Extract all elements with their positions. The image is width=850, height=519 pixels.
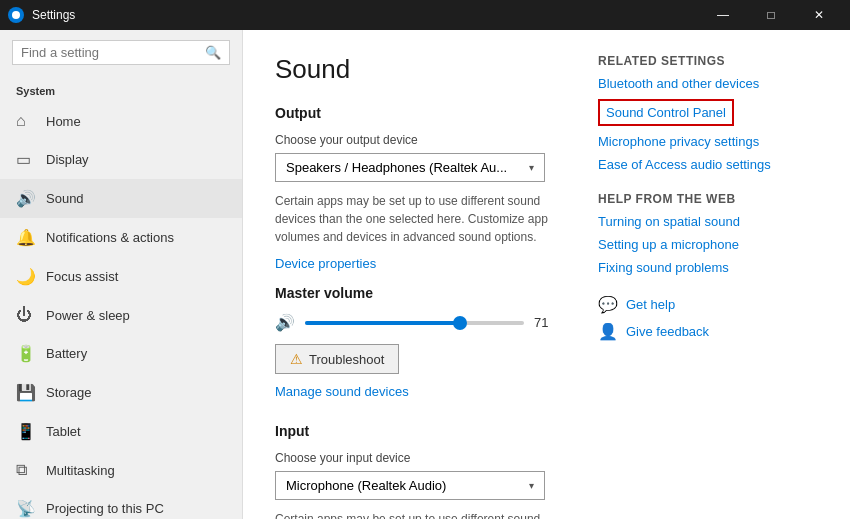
- sidebar-item-focus[interactable]: 🌙 Focus assist: [0, 257, 242, 296]
- sidebar-item-notifications[interactable]: 🔔 Notifications & actions: [0, 218, 242, 257]
- ease-of-access-link[interactable]: Ease of Access audio settings: [598, 157, 818, 172]
- sidebar-item-notifications-label: Notifications & actions: [46, 230, 174, 245]
- help-title: Help from the web: [598, 192, 818, 206]
- volume-row: 🔊 71: [275, 313, 558, 332]
- input-device-label: Choose your input device: [275, 451, 558, 465]
- title-bar: Settings — □ ✕: [0, 0, 850, 30]
- related-settings-panel: Related Settings Bluetooth and other dev…: [598, 54, 818, 495]
- warning-icon: ⚠: [290, 351, 303, 367]
- app-icon: [8, 7, 24, 23]
- input-device-select[interactable]: Microphone (Realtek Audio) ▾: [275, 471, 545, 500]
- multitasking-icon: ⧉: [16, 461, 34, 479]
- sidebar-section-label: System: [0, 75, 242, 102]
- microphone-privacy-link[interactable]: Microphone privacy settings: [598, 134, 818, 149]
- sidebar-item-display[interactable]: ▭ Display: [0, 140, 242, 179]
- output-device-value: Speakers / Headphones (Realtek Au...: [286, 160, 507, 175]
- window-controls: — □ ✕: [700, 0, 842, 30]
- maximize-button[interactable]: □: [748, 0, 794, 30]
- volume-icon: 🔊: [275, 313, 295, 332]
- troubleshoot-button[interactable]: ⚠ Troubleshoot: [275, 344, 399, 374]
- sound-control-panel-link[interactable]: Sound Control Panel: [598, 99, 734, 126]
- home-icon: ⌂: [16, 112, 34, 130]
- volume-slider-track[interactable]: [305, 321, 524, 325]
- minimize-button[interactable]: —: [700, 0, 746, 30]
- sound-icon: 🔊: [16, 189, 34, 208]
- sidebar-item-multitasking-label: Multitasking: [46, 463, 115, 478]
- give-feedback-link[interactable]: 👤 Give feedback: [598, 322, 818, 341]
- sidebar-item-display-label: Display: [46, 152, 89, 167]
- sidebar-item-home-label: Home: [46, 114, 81, 129]
- output-title: Output: [275, 105, 558, 121]
- manage-sound-devices-link[interactable]: Manage sound devices: [275, 384, 409, 399]
- setup-mic-link[interactable]: Setting up a microphone: [598, 237, 818, 252]
- sidebar-item-projecting[interactable]: 📡 Projecting to this PC: [0, 489, 242, 519]
- svg-point-0: [12, 11, 20, 19]
- volume-value: 71: [534, 315, 558, 330]
- input-section: Input Choose your input device Microphon…: [275, 423, 558, 519]
- output-device-chevron: ▾: [529, 162, 534, 173]
- sidebar-item-battery-label: Battery: [46, 346, 87, 361]
- sidebar-item-sound-label: Sound: [46, 191, 84, 206]
- help-section: Help from the web Turning on spatial sou…: [598, 192, 818, 275]
- bluetooth-link[interactable]: Bluetooth and other devices: [598, 76, 818, 91]
- spatial-sound-link[interactable]: Turning on spatial sound: [598, 214, 818, 229]
- output-device-select[interactable]: Speakers / Headphones (Realtek Au... ▾: [275, 153, 545, 182]
- support-section: 💬 Get help 👤 Give feedback: [598, 295, 818, 341]
- storage-icon: 💾: [16, 383, 34, 402]
- sidebar-item-tablet-label: Tablet: [46, 424, 81, 439]
- search-icon: 🔍: [205, 45, 221, 60]
- content-main: Sound Output Choose your output device S…: [275, 54, 558, 495]
- tablet-icon: 📱: [16, 422, 34, 441]
- volume-label: Master volume: [275, 285, 558, 301]
- power-icon: ⏻: [16, 306, 34, 324]
- battery-icon: 🔋: [16, 344, 34, 363]
- related-settings-title: Related Settings: [598, 54, 818, 68]
- give-feedback-icon: 👤: [598, 322, 618, 341]
- sidebar-item-storage[interactable]: 💾 Storage: [0, 373, 242, 412]
- sidebar-item-storage-label: Storage: [46, 385, 92, 400]
- volume-slider-fill: [305, 321, 460, 325]
- focus-icon: 🌙: [16, 267, 34, 286]
- get-help-icon: 💬: [598, 295, 618, 314]
- troubleshoot-label: Troubleshoot: [309, 352, 384, 367]
- sidebar: 🔍 System ⌂ Home ▭ Display 🔊 Sound 🔔 Noti…: [0, 30, 243, 519]
- display-icon: ▭: [16, 150, 34, 169]
- sidebar-item-battery[interactable]: 🔋 Battery: [0, 334, 242, 373]
- sidebar-item-multitasking[interactable]: ⧉ Multitasking: [0, 451, 242, 489]
- output-device-label: Choose your output device: [275, 133, 558, 147]
- fix-sound-link[interactable]: Fixing sound problems: [598, 260, 818, 275]
- related-settings-section: Related Settings Bluetooth and other dev…: [598, 54, 818, 172]
- main-container: 🔍 System ⌂ Home ▭ Display 🔊 Sound 🔔 Noti…: [0, 30, 850, 519]
- give-feedback-label: Give feedback: [626, 324, 709, 339]
- sidebar-item-home[interactable]: ⌂ Home: [0, 102, 242, 140]
- input-title: Input: [275, 423, 558, 439]
- search-box[interactable]: 🔍: [12, 40, 230, 65]
- sidebar-item-tablet[interactable]: 📱 Tablet: [0, 412, 242, 451]
- output-section: Output Choose your output device Speaker…: [275, 105, 558, 399]
- sidebar-item-projecting-label: Projecting to this PC: [46, 501, 164, 516]
- sidebar-item-power[interactable]: ⏻ Power & sleep: [0, 296, 242, 334]
- projecting-icon: 📡: [16, 499, 34, 518]
- get-help-link[interactable]: 💬 Get help: [598, 295, 818, 314]
- input-hint-text: Certain apps may be set up to use differ…: [275, 510, 558, 519]
- page-title: Sound: [275, 54, 558, 85]
- volume-slider-thumb: [453, 316, 467, 330]
- sidebar-item-focus-label: Focus assist: [46, 269, 118, 284]
- close-button[interactable]: ✕: [796, 0, 842, 30]
- input-device-value: Microphone (Realtek Audio): [286, 478, 446, 493]
- device-properties-link[interactable]: Device properties: [275, 256, 376, 271]
- sidebar-item-power-label: Power & sleep: [46, 308, 130, 323]
- notifications-icon: 🔔: [16, 228, 34, 247]
- input-device-chevron: ▾: [529, 480, 534, 491]
- sidebar-item-sound[interactable]: 🔊 Sound: [0, 179, 242, 218]
- window-title: Settings: [32, 8, 700, 22]
- output-hint-text: Certain apps may be set up to use differ…: [275, 192, 558, 246]
- content-area: Sound Output Choose your output device S…: [243, 30, 850, 519]
- get-help-label: Get help: [626, 297, 675, 312]
- search-input[interactable]: [21, 45, 205, 60]
